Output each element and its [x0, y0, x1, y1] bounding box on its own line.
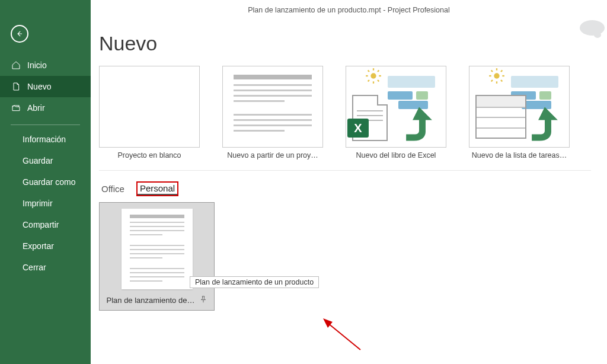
- annotation-arrow: [322, 317, 363, 353]
- sidebar-item-guardar[interactable]: Guardar: [0, 150, 91, 171]
- sidebar-item-abrir[interactable]: Abrir: [0, 97, 91, 119]
- sidebar-item-compartir[interactable]: Compartir: [0, 214, 91, 235]
- sidebar-item-nuevo[interactable]: Nuevo: [0, 76, 91, 97]
- sidebar-item-inicio[interactable]: Inicio: [0, 55, 91, 76]
- sun-icon: [365, 68, 382, 84]
- tooltip: Plan de lanzamiento de un producto: [190, 276, 319, 288]
- document-name: Plan de lanzamiento de un producto.mpt: [248, 6, 381, 14]
- template-blank-project[interactable]: Proyecto en blanco: [99, 66, 200, 159]
- svg-marker-19: [323, 318, 333, 328]
- page-title: Nuevo: [99, 32, 607, 55]
- sun-icon: [488, 68, 505, 84]
- svg-line-17: [501, 71, 502, 72]
- template-label: Nuevo del libro de Excel: [346, 151, 446, 159]
- tab-personal[interactable]: Personal: [138, 183, 177, 195]
- featured-templates-row: Proyecto en blanco Nuevo a partir de un …: [99, 66, 591, 171]
- back-button[interactable]: [11, 25, 28, 43]
- sidebar-primary-nav: Inicio Nuevo Abrir: [0, 55, 91, 119]
- titlebar: Plan de lanzamiento de un producto.mpt -…: [91, 0, 607, 14]
- sidebar-item-label: Inicio: [27, 60, 47, 70]
- svg-line-5: [368, 71, 369, 72]
- sidebar-item-label: Abrir: [27, 103, 45, 113]
- excel-icon: X: [347, 119, 369, 138]
- sidebar-secondary-nav: Información Guardar Guardar como Imprimi…: [0, 129, 91, 278]
- backstage-sidebar: Inicio Nuevo Abrir Información Guardar G…: [0, 0, 91, 364]
- template-thumb: [122, 209, 193, 289]
- arrow-up-icon: [398, 103, 440, 145]
- svg-line-15: [501, 80, 502, 81]
- template-thumb: X: [346, 66, 446, 148]
- sidebar-item-cerrar[interactable]: Cerrar: [0, 257, 91, 278]
- arrow-up-icon: [524, 103, 566, 145]
- sidebar-item-exportar[interactable]: Exportar: [0, 235, 91, 257]
- personal-template-label: Plan de lanzamiento de u…: [107, 296, 196, 305]
- template-thumb: [469, 66, 570, 148]
- sidebar-item-informacion[interactable]: Información: [0, 129, 91, 150]
- pin-icon[interactable]: [199, 295, 207, 305]
- templates-tabs: Office Personal: [99, 183, 607, 195]
- template-thumb: [99, 66, 200, 148]
- app-name: Project Profesional: [388, 6, 450, 14]
- template-label: Nuevo a partir de un proy…: [222, 151, 323, 159]
- svg-line-18: [328, 323, 360, 350]
- svg-line-16: [491, 80, 493, 81]
- folder-icon: [11, 103, 21, 113]
- svg-point-0: [370, 73, 376, 78]
- comment-cloud-icon: [580, 20, 605, 36]
- svg-line-6: [378, 80, 379, 81]
- sidebar-item-label: Nuevo: [27, 82, 51, 91]
- svg-line-8: [378, 71, 379, 72]
- tab-office[interactable]: Office: [99, 183, 127, 195]
- document-icon: [11, 81, 21, 92]
- svg-point-9: [494, 73, 499, 78]
- sidebar-item-guardar-como[interactable]: Guardar como: [0, 171, 91, 193]
- template-from-excel[interactable]: X Nuevo del libro de Excel: [346, 66, 446, 159]
- template-from-tasks[interactable]: Nuevo de la lista de tareas…: [469, 66, 570, 159]
- table-icon: [475, 95, 526, 139]
- template-label: Nuevo de la lista de tareas…: [469, 151, 570, 159]
- main-content: Plan de lanzamiento de un producto.mpt -…: [91, 0, 607, 364]
- arrow-left-icon: [15, 30, 24, 38]
- comment-cloud-tail: [594, 32, 601, 38]
- template-from-project[interactable]: Nuevo a partir de un proy…: [222, 66, 323, 159]
- personal-template-card[interactable]: Plan de lanzamiento de u… Plan de lanzam…: [99, 202, 215, 311]
- template-label: Proyecto en blanco: [99, 151, 200, 159]
- template-thumb: [222, 66, 323, 148]
- sidebar-divider: [11, 124, 80, 125]
- home-icon: [11, 60, 21, 71]
- sidebar-item-imprimir[interactable]: Imprimir: [0, 193, 91, 214]
- svg-line-14: [491, 71, 493, 72]
- svg-line-7: [368, 80, 369, 81]
